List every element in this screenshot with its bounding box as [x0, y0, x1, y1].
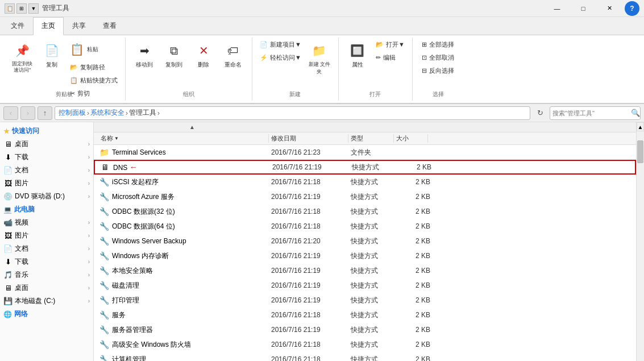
file-date: 2016/7/16 21:19 — [271, 281, 351, 289]
file-icon: 🔧 — [98, 309, 110, 321]
file-row[interactable]: 🔧 Windows Server Backup 2016/7/16 21:20 … — [94, 234, 636, 248]
col-header-size[interactable]: 大小 — [394, 134, 428, 143]
file-row[interactable]: 🔧 计算机管理 2016/7/16 21:18 快捷方式 2 KB — [94, 352, 636, 361]
ribbon-group-select: ⊞ 全部选择 ⊡ 全部取消 ⊟ 反向选择 选择 — [413, 38, 464, 101]
select-all-button[interactable]: ⊞ 全部选择 — [419, 39, 457, 51]
sidebar-item-desktop2[interactable]: 🖥 桌面 › — [0, 281, 93, 294]
tab-file[interactable]: 文件 — [2, 17, 33, 35]
delete-button[interactable]: ✕ 删除 — [189, 39, 218, 72]
sort-desc-icon: ▼ — [114, 136, 119, 141]
file-row[interactable]: 🔧 高级安全 Windows 防火墙 2016/7/16 21:18 快捷方式 … — [94, 337, 636, 352]
music-icon: 🎵 — [3, 271, 13, 280]
copy-to-button[interactable]: ⧉ 复制到 — [160, 39, 188, 72]
tab-share[interactable]: 共享 — [64, 17, 94, 35]
disk-icon: 💾 — [3, 297, 13, 306]
paste-button[interactable]: 📋 粘贴 — [67, 39, 121, 60]
file-icon: 📁 — [98, 147, 110, 158]
file-row[interactable]: 🔧 打印管理 2016/7/16 21:19 快捷方式 2 KB — [94, 293, 636, 308]
file-row[interactable]: 🔧 服务器管理器 2016/7/16 21:19 快捷方式 2 KB — [94, 322, 636, 337]
sidebar-item-downloads[interactable]: ⬇ 下载 › — [0, 151, 93, 164]
breadcrumb-item-1[interactable]: 控制面板 — [59, 108, 86, 118]
col-header-type[interactable]: 类型 — [348, 134, 394, 143]
back-button[interactable]: ‹ — [3, 106, 18, 120]
file-row[interactable]: 🔧 Windows 内存诊断 2016/7/16 21:19 快捷方式 2 KB — [94, 248, 636, 263]
scroll-thumb[interactable] — [637, 140, 643, 163]
properties-button[interactable]: 🔲 属性 — [343, 39, 372, 72]
sidebar-item-pictures[interactable]: 🖼 图片 › — [0, 177, 93, 190]
copy-path-button[interactable]: 📂 复制路径 — [67, 61, 121, 73]
sidebar-item-local-disk[interactable]: 💾 本地磁盘 (C:) › — [0, 294, 93, 308]
file-size: 2 KB — [396, 311, 430, 319]
minimize-button[interactable]: — — [544, 0, 570, 17]
invert-selection-button[interactable]: ⊟ 反向选择 — [419, 65, 457, 77]
organize-label: 组织 — [126, 90, 252, 98]
file-name: ODBC 数据源(64 位) — [112, 222, 271, 231]
copy-button[interactable]: 📄 复制 — [38, 39, 66, 72]
vertical-scrollbar[interactable]: ▲ ▼ — [636, 122, 644, 361]
file-name: 打印管理 — [112, 296, 271, 305]
sidebar-item-dvd[interactable]: 💿 DVD 驱动器 (D:) › — [0, 190, 93, 203]
maximize-button[interactable]: □ — [570, 0, 596, 17]
tab-home[interactable]: 主页 — [33, 17, 64, 35]
download-icon: ⬇ — [3, 153, 13, 162]
file-date: 2016/7/16 21:18 — [271, 178, 351, 186]
help-button[interactable]: ? — [625, 1, 639, 16]
scroll-up-button[interactable]: ▲ — [637, 122, 644, 131]
sidebar-network[interactable]: 🌐 网络 — [0, 308, 93, 321]
up-button[interactable]: ↑ — [38, 106, 52, 120]
tab-view[interactable]: 查看 — [94, 17, 125, 35]
sidebar-item-music[interactable]: 🎵 音乐 › — [0, 268, 93, 281]
col-header-date[interactable]: 修改日期 — [269, 134, 348, 143]
file-row[interactable]: 🔧 磁盘清理 2016/7/16 21:19 快捷方式 2 KB — [94, 278, 636, 293]
move-button[interactable]: ➡ 移动到 — [130, 39, 159, 72]
sidebar-item-desktop[interactable]: 🖥 桌面 › — [0, 138, 93, 151]
sidebar-item-pictures2[interactable]: 🖼 图片 › — [0, 229, 93, 242]
file-row[interactable]: 🔧 iSCSI 发起程序 2016/7/16 21:18 快捷方式 2 KB — [94, 175, 636, 189]
file-row[interactable]: 🔧 Microsoft Azure 服务 2016/7/16 21:19 快捷方… — [94, 189, 636, 204]
search-input[interactable] — [552, 110, 631, 117]
forward-button[interactable]: › — [20, 106, 35, 120]
refresh-button[interactable]: ↻ — [533, 106, 547, 120]
file-type: 快捷方式 — [351, 192, 396, 202]
sidebar-quick-access[interactable]: ★ 快速访问 — [0, 125, 93, 138]
rename-button[interactable]: 🏷 重命名 — [219, 39, 247, 72]
sidebar-item-docs2[interactable]: 📄 文档 › — [0, 242, 93, 255]
file-date: 2016/7/16 21:19 — [271, 326, 351, 334]
select-options: ⊞ 全部选择 ⊡ 全部取消 ⊟ 反向选择 — [419, 39, 457, 77]
file-icon: 🔧 — [98, 265, 110, 276]
select-none-button[interactable]: ⊡ 全部取消 — [419, 52, 457, 64]
file-name: Terminal Services — [112, 148, 271, 156]
sidebar-item-docs[interactable]: 📄 文档 › — [0, 164, 93, 177]
file-row[interactable]: 🔧 本地安全策略 2016/7/16 21:19 快捷方式 2 KB — [94, 263, 636, 278]
file-size: 2 KB — [396, 208, 430, 215]
desktop2-icon: 🖥 — [3, 284, 13, 293]
breadcrumb-item-2[interactable]: 系统和安全 — [90, 108, 124, 118]
sidebar-this-pc[interactable]: 💻 此电脑 — [0, 203, 93, 216]
file-row[interactable]: 📁 Terminal Services 2016/7/16 21:23 文件夹 — [94, 145, 636, 160]
file-row[interactable]: 🔧 服务 2016/7/16 21:18 快捷方式 2 KB — [94, 308, 636, 322]
sidebar-item-video[interactable]: 📹 视频 › — [0, 216, 93, 229]
easy-access-button[interactable]: ⚡ 轻松访问▼ — [257, 52, 304, 64]
file-row[interactable]: 🔧 ODBC 数据源(32 位) 2016/7/16 21:18 快捷方式 2 … — [94, 204, 636, 219]
new-folder-button[interactable]: 📁 新建 文件夹 — [305, 39, 334, 78]
search-bar[interactable]: 🔍 — [550, 106, 641, 120]
scroll-track[interactable] — [637, 131, 644, 361]
file-date: 2016/7/16 21:18 — [271, 355, 351, 361]
file-row[interactable]: 🖥 DNS ← 2016/7/16 21:19 快捷方式 2 KB — [94, 160, 636, 175]
new-item-button[interactable]: 📄 新建项目▼ — [257, 39, 304, 51]
file-row[interactable]: 🔧 ODBC 数据源(64 位) 2016/7/16 21:18 快捷方式 2 … — [94, 219, 636, 234]
sort-arrow[interactable]: ▲ — [189, 124, 195, 130]
file-type: 文件夹 — [351, 148, 396, 157]
address-bar[interactable]: 控制面板 › 系统和安全 › 管理工具 › — [55, 106, 530, 120]
file-name: 服务器管理器 — [112, 325, 271, 335]
open-button[interactable]: 📂 打开▼ — [373, 39, 408, 51]
move-icon: ➡ — [135, 42, 153, 60]
col-header-name[interactable]: 名称 ▼ — [98, 134, 269, 143]
video-icon: 📹 — [3, 218, 13, 227]
close-button[interactable]: ✕ — [596, 0, 622, 17]
pin-button[interactable]: 📌 固定到快 速访问" — [8, 39, 36, 76]
paste-shortcut-button[interactable]: 📋 粘贴快捷方式 — [67, 74, 121, 86]
open-icon: 📂 — [376, 41, 384, 48]
edit-button[interactable]: ✏ 编辑 — [373, 52, 408, 64]
sidebar-item-downloads2[interactable]: ⬇ 下载 › — [0, 255, 93, 268]
